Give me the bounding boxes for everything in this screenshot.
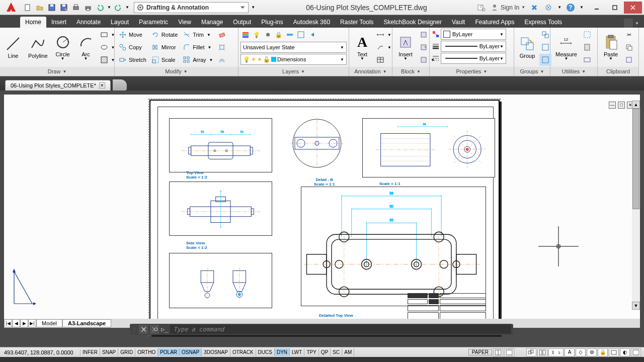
vp-min-icon[interactable]: — <box>609 102 616 109</box>
table-button[interactable] <box>374 54 393 66</box>
text-button[interactable]: AText▼ <box>351 29 373 65</box>
toggle-3dosnap[interactable]: 3DOSNAP <box>202 348 230 356</box>
layer-match-button[interactable] <box>296 29 306 41</box>
group-edit-button[interactable] <box>539 41 551 53</box>
new-tab-button[interactable] <box>113 79 127 90</box>
paper-space[interactable]: — □ ✕ 61 58 61 <box>4 95 640 328</box>
viewport-topview[interactable]: 61 58 61 <box>169 118 272 172</box>
tab-vault[interactable]: Vault <box>447 17 470 28</box>
model-icon[interactable] <box>504 348 514 356</box>
app-logo[interactable] <box>3 1 19 15</box>
circle-button[interactable]: Circle▼ <box>52 29 74 65</box>
offset-button[interactable] <box>216 54 228 66</box>
id-button[interactable] <box>581 54 593 66</box>
match-props-icon[interactable] <box>432 30 440 38</box>
quickcalc-button[interactable] <box>581 41 593 53</box>
layer-freeze-button[interactable]: ❄ <box>263 29 273 41</box>
panel-annotation-title[interactable]: Annotation▼ <box>349 67 392 76</box>
cmd-grip-icon[interactable]: ⋮⋮ <box>132 327 137 332</box>
scroll-thumb[interactable] <box>632 109 639 209</box>
toggle-snap[interactable]: SNAP <box>100 348 118 356</box>
workspace-switch-icon[interactable]: ⚙ <box>587 348 597 356</box>
tab-insert[interactable]: Insert <box>46 17 71 28</box>
new-icon[interactable] <box>22 2 33 13</box>
ribbon-minimize-button[interactable] <box>624 19 633 28</box>
toggle-dyn[interactable]: DYN <box>275 348 290 356</box>
select-button[interactable] <box>581 29 593 41</box>
tab-raster[interactable]: Raster Tools <box>335 17 378 28</box>
redo-arrow[interactable]: ▼ <box>125 2 130 13</box>
paper-model-toggle[interactable]: PAPER <box>468 349 492 355</box>
move-button[interactable]: Move <box>117 29 148 41</box>
toggle-grid[interactable]: GRID <box>118 348 135 356</box>
quickview-drawings-icon[interactable] <box>537 348 547 356</box>
save-icon[interactable] <box>46 2 57 13</box>
trim-button[interactable]: Trim▼ <box>181 29 215 41</box>
group-button[interactable]: Group <box>516 29 538 65</box>
toggle-qp[interactable]: QP <box>319 348 331 356</box>
arc-button[interactable]: Arc▼ <box>75 29 97 65</box>
linetype-icon[interactable] <box>432 54 440 62</box>
fillet-button[interactable]: Fillet▼ <box>181 41 215 53</box>
annotation-visibility-icon[interactable]: A <box>565 348 575 356</box>
erase-button[interactable] <box>216 29 228 41</box>
scroll-down-button[interactable]: ▼ <box>632 302 640 310</box>
tab-last-button[interactable]: ▶| <box>28 319 36 327</box>
layer-props-button[interactable] <box>240 29 251 41</box>
layout-tab-a3[interactable]: A3-Landscape <box>62 319 111 327</box>
tab-plugins[interactable]: Plug-ins <box>256 17 288 28</box>
panel-modify-title[interactable]: Modify▼ <box>115 67 238 76</box>
layer-lock-button[interactable]: 🔒 <box>274 29 284 41</box>
panel-block-title[interactable]: Block▼ <box>392 67 429 76</box>
layer-off-button[interactable]: 💡 <box>252 29 262 41</box>
color-combo[interactable]: ByLayer▼ <box>441 29 506 40</box>
tab-a360[interactable]: Autodesk 360 <box>288 17 335 28</box>
group-select-button[interactable] <box>539 54 551 66</box>
viewport-detailtop[interactable]: 56 50 32 <box>301 187 486 306</box>
panel-layers-title[interactable]: Layers▼ <box>238 67 349 76</box>
tab-sketchbook[interactable]: SketchBook Designer <box>379 17 447 28</box>
viewport-sideview[interactable] <box>169 182 272 236</box>
match-button[interactable] <box>623 54 635 66</box>
command-line[interactable]: ⋮⋮ ✕ ▷_ <box>130 324 513 335</box>
close-button[interactable] <box>624 2 642 14</box>
viewport-detailb[interactable] <box>286 118 348 173</box>
scroll-up-button[interactable]: ▲ <box>632 101 640 109</box>
toggle-sc[interactable]: SC <box>331 348 342 356</box>
toggle-lwt[interactable]: LWT <box>290 348 304 356</box>
layer-current-combo[interactable]: 💡 ☀ ☀ 🔓 Dimensions ▼ <box>240 54 347 65</box>
tab-prev-button[interactable]: ◀ <box>12 319 20 327</box>
layer-prev-button[interactable] <box>307 29 317 41</box>
linetype-combo[interactable]: ByLayer▼ <box>441 53 506 64</box>
undo-icon[interactable] <box>95 2 106 13</box>
redo-icon[interactable] <box>113 2 124 13</box>
tab-first-button[interactable]: |◀ <box>4 319 12 327</box>
viewport-section[interactable]: 36 <box>362 118 495 177</box>
signin-button[interactable]: Sign In ▼ <box>491 4 525 12</box>
toggle-otrack[interactable]: OTRACK <box>230 348 256 356</box>
cut-button[interactable]: ✂ <box>623 29 635 41</box>
document-tab[interactable]: 06-Using Plot Styles_COMPLETE* ✕ <box>5 80 111 90</box>
minimize-button[interactable] <box>588 2 606 14</box>
tab-view[interactable]: View <box>173 17 196 28</box>
vp-max-icon[interactable]: □ <box>618 102 625 109</box>
hatch-button[interactable]: ▼ <box>98 54 117 66</box>
ellipse-button[interactable]: ▼ <box>98 41 117 53</box>
undo-arrow[interactable]: ▼ <box>107 2 112 13</box>
rotate-button[interactable]: Rotate <box>149 29 180 41</box>
toggle-am[interactable]: AM <box>342 348 354 356</box>
tab-output[interactable]: Output <box>228 17 256 28</box>
autodesk360-icon[interactable] <box>543 3 553 13</box>
toolbar-lock-icon[interactable]: 🔒 <box>598 348 608 356</box>
coordinates-readout[interactable]: 493.6407, 128.0887, 0.0000 <box>0 349 80 355</box>
annotation-auto-icon[interactable] <box>576 348 586 356</box>
print-icon[interactable] <box>83 2 94 13</box>
command-input[interactable] <box>170 325 511 334</box>
annotation-scale-icon[interactable]: 1:1 <box>548 348 564 356</box>
scale-button[interactable]: Scale <box>149 54 180 66</box>
layer-state-combo[interactable]: Unsaved Layer State▼ <box>240 42 347 53</box>
layout-tab-model[interactable]: Model <box>36 319 62 327</box>
layer-iso-button[interactable] <box>285 29 295 41</box>
tab-home[interactable]: Home <box>20 17 46 28</box>
isolate-objects-icon[interactable]: ◐ <box>620 348 630 356</box>
